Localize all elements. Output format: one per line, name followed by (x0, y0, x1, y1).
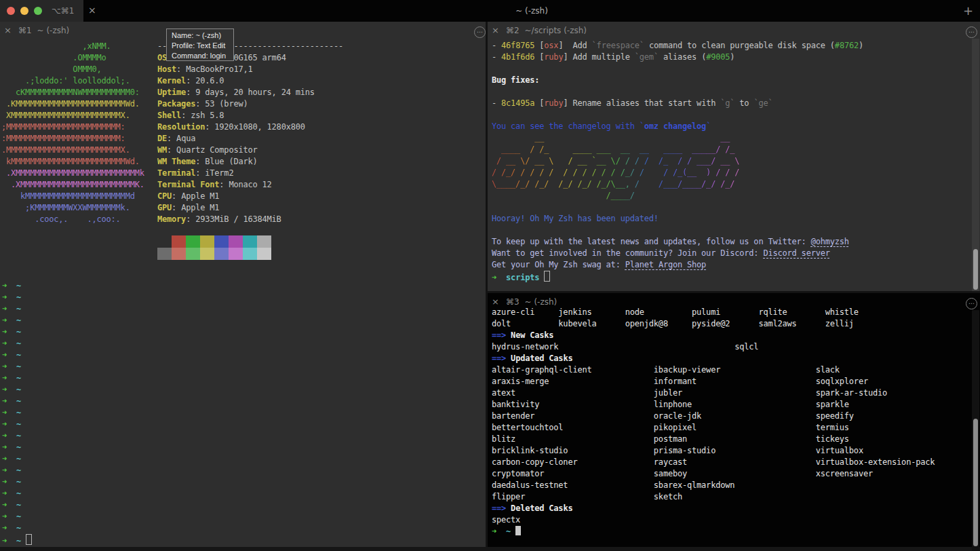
pane2-scrollbar-thumb[interactable] (973, 249, 978, 290)
text-run (7, 339, 16, 348)
text-run (7, 408, 16, 417)
text-run: araxis-merge informant soqlxplorer (492, 377, 868, 386)
terminal-line: flipper sketch (492, 491, 935, 503)
text-run: ➜ (2, 489, 7, 498)
shell-prompts: ➜ ~➜ ~➜ ~➜ ~➜ ~➜ ~➜ ~➜ ~➜ ~➜ ~➜ ~➜ ~➜ ~➜… (2, 280, 32, 546)
text-run: DE (157, 134, 167, 143)
text-run: : 1920x1080, 1280x800 (205, 122, 305, 132)
text-run: Updated Casks (511, 354, 572, 363)
text-run: ➜ (2, 477, 7, 487)
terminal-line: Want to get involved in the community? J… (492, 248, 849, 259)
pane-divider-horizontal[interactable] (488, 291, 980, 293)
text-run: bricklink-studio prisma-studio virtualbo… (492, 446, 863, 455)
text-run: Kernel (157, 76, 186, 86)
palette-swatch (200, 248, 214, 260)
text-run: ➜ (2, 536, 7, 546)
terminal-line: ____ / /_ ____ ___ __ __ ____ _____/ /_ (492, 144, 744, 155)
text-run: Memory (157, 214, 186, 224)
text-run: Want to get involved in the community? J… (492, 248, 763, 258)
terminal-line: .MMMMMMMMMMMMMMMMMMMMMMMMX. (1, 145, 144, 156)
text-run: Deleted Casks (511, 504, 572, 513)
terminal-line: ➜ ~ (2, 407, 32, 419)
terminal-line: ;KMMMMMMMWXXWMMMMMMMk. (1, 202, 144, 214)
text-run: daedalus-testnet sbarex-qlmarkdown (492, 480, 734, 490)
pane3-scrollbar-thumb[interactable] (973, 419, 978, 546)
window-shortcut-label: ⌥⌘1 (52, 6, 74, 16)
terminal-line: bartender oracle-jdk speedify (492, 411, 935, 422)
text-run: ~ (16, 385, 21, 394)
text-run (7, 281, 16, 290)
terminal-link[interactable]: @ohmyzsh (811, 237, 849, 246)
text-run: banktivity linphone sparkle (492, 400, 849, 409)
text-run: `gem` (635, 52, 659, 62)
terminal-line: .OMMMMo (1, 52, 144, 64)
text-run: ) (730, 52, 734, 62)
pane2-close-icon[interactable]: × (492, 25, 499, 35)
pane2-number: ⌘2 (506, 26, 520, 35)
text-run: ~ (16, 281, 21, 290)
text-run: hydrus-network sqlcl (492, 342, 758, 352)
text-run (7, 512, 16, 521)
text-run (539, 273, 544, 282)
zoom-window-button[interactable] (34, 7, 42, 15)
text-run: ~ (16, 408, 21, 417)
new-tab-button[interactable]: + (963, 3, 973, 18)
pane1-options-icon[interactable]: ⋯ (474, 26, 486, 38)
text-run: #8762 (835, 41, 859, 50)
terminal-line: ➜ ~ (2, 534, 32, 546)
text-run (7, 385, 16, 394)
text-run (511, 527, 515, 536)
text-run: Packages (157, 99, 195, 109)
palette-swatch (214, 248, 229, 260)
text-run: CPU (157, 191, 172, 201)
palette-swatch (157, 235, 172, 248)
pane3-title: ~ (-zsh) (525, 297, 557, 307)
text-run: GPU (157, 203, 172, 212)
terminal-link[interactable]: Planet Argon Shop (625, 260, 706, 269)
text-run: flipper sketch (492, 492, 682, 501)
window-bottom-edge (0, 547, 980, 551)
terminal-line: WM Theme: Blue (Dark) (157, 156, 343, 168)
text-run (7, 500, 16, 510)
text-run: ~ (16, 350, 21, 360)
terminal-link[interactable]: Discord server (763, 248, 829, 258)
text-run: ] Rename aliases that start with (563, 98, 720, 108)
terminal-line: ➜ ~ (2, 361, 32, 373)
palette-swatch (172, 235, 186, 248)
terminal-line: .cooc,. .,coo:. (1, 214, 144, 225)
pane2-title: ~/scripts (-zsh) (525, 26, 587, 35)
text-run: azure-cli jenkins node pulumi rqlite whi… (492, 307, 859, 317)
terminal-line: spectx (492, 514, 935, 526)
terminal-line: cryptomator sameboy xscreensaver (492, 468, 935, 480)
terminal-line: Packages: 53 (brew) (157, 98, 343, 110)
text-run: ➜ (2, 523, 7, 533)
text-run: .XMMMMMMMMMMMMMMMMMMMMMMMMK. (1, 180, 144, 189)
terminal-line: ➜ ~ (2, 430, 32, 442)
text-run: ==> (492, 330, 511, 340)
text-run: ~ (16, 316, 21, 325)
terminal-line: OMMM0, (1, 64, 144, 75)
text-run: ➜ (2, 316, 7, 325)
text-run: Hooray! Oh My Zsh has been updated! (492, 214, 659, 223)
pane3-close-icon[interactable]: × (492, 297, 499, 307)
text-run: You can see the changelog with ` (492, 121, 644, 131)
text-run: ➜ (2, 292, 7, 302)
text-run: Resolution (157, 122, 205, 132)
text-run: cKMMMMMMMMMMNWMMMMMMMMMM0: (1, 88, 140, 97)
text-run: __ __ (492, 133, 744, 142)
text-run: kMMMMMMMMMMMMMMMMMMMMMMMMWd. (1, 157, 140, 166)
tab-title[interactable]: ~ (-zsh) (83, 6, 980, 16)
terminal-line: ➜ ~ (2, 465, 32, 476)
pane2-scrollbar[interactable] (972, 39, 979, 291)
palette-swatch (186, 235, 200, 248)
pane1-close-icon[interactable]: × (4, 25, 12, 35)
pane3-scrollbar[interactable] (972, 310, 979, 551)
text-run: ,xNMM. (1, 41, 111, 51)
pane2-options-icon[interactable]: ⋯ (966, 26, 977, 38)
pane3-options-icon[interactable]: ⋯ (966, 298, 977, 309)
tooltip-command-line: Command: login (172, 51, 233, 61)
close-window-button[interactable] (7, 7, 15, 15)
neofetch-info: ---------------------------------------O… (157, 41, 343, 225)
minimize-window-button[interactable] (20, 7, 28, 15)
ohmyzsh-ascii-logo: __ __ ____ / /_ ____ ___ __ __ ____ ____… (492, 132, 744, 202)
